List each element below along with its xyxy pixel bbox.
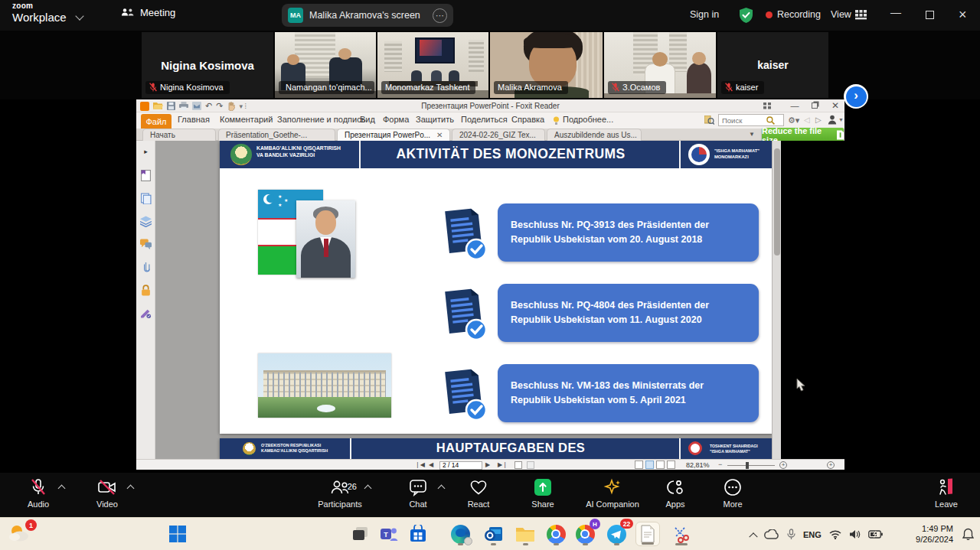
view-grid-icon[interactable] [855,10,867,20]
page-thumbnails-icon[interactable] [140,193,152,204]
facing-pages-icon[interactable] [656,461,665,469]
view-button[interactable]: View [831,9,851,20]
security-lock-icon[interactable] [140,285,152,296]
doc-tab-auszubildende[interactable]: Auszubildende aus Us... [547,129,642,141]
react-button[interactable]: React [449,478,508,513]
chrome-icon[interactable] [544,522,568,546]
chevron-down-icon[interactable]: ▼ [749,131,755,138]
search-doc-icon[interactable] [704,116,714,125]
zoom-percentage[interactable]: 82,81% [686,461,710,469]
battery-icon[interactable] [868,530,883,539]
foxit-minimize-button[interactable]: — [789,101,801,110]
close-button[interactable]: × [959,7,967,23]
chrome-profile-icon[interactable]: H [573,522,597,546]
video-tile-nigina[interactable]: Nigina Kosimova Nigina Kosimova [142,32,273,98]
wifi-icon[interactable] [829,530,841,539]
telegram-icon[interactable]: 22 [604,522,629,546]
audio-button[interactable]: Audio [9,478,67,513]
start-button[interactable] [165,522,190,546]
microsoft-store-icon[interactable] [406,522,430,546]
layers-icon[interactable] [140,216,152,227]
video-tile-osamov[interactable]: З.Осамов [604,32,716,98]
nav-back-icon[interactable]: ◁ [804,116,810,124]
language-indicator[interactable]: ENG [803,530,822,539]
video-tile-malika[interactable]: Malika Akramova [490,32,603,98]
first-page-icon[interactable]: ❘◀ [415,460,425,470]
menu-home[interactable]: Главная [178,115,210,124]
menu-more-features[interactable]: Подробнее... [563,115,613,124]
menu-file[interactable]: Файл [141,114,172,129]
participants-options-chevron[interactable] [364,485,372,493]
doc-tab-active-presentation[interactable]: Презентация PowerPo...✕ [337,129,450,141]
clock-widget[interactable]: 1:49 PM 9/26/2024 [906,524,953,545]
ui-layout-icon[interactable] [763,103,772,109]
video-tile-namangan[interactable]: Namangan to'qimach... [275,32,376,98]
chevron-down-icon[interactable] [77,13,83,19]
ai-companion-button[interactable]: AI Companion [583,478,642,513]
prev-page-icon[interactable]: ◀ [429,460,433,470]
single-page-icon[interactable] [635,461,643,469]
scrollbar-thumb[interactable] [774,148,780,255]
chat-button[interactable]: Chat [389,478,447,513]
digital-signature-icon[interactable] [140,308,152,319]
volume-icon[interactable] [849,529,861,539]
menu-help[interactable]: Справка [511,115,544,124]
outlook-icon[interactable] [481,522,505,546]
onedrive-icon[interactable] [764,529,779,539]
maximize-button[interactable] [926,11,934,19]
continuous-scroll-icon[interactable] [645,461,654,469]
video-tile-monomarkaz-active[interactable]: Monomarkaz Tashkent [377,32,488,98]
tab-meeting[interactable]: Meeting [121,7,175,18]
search-box[interactable] [718,114,784,126]
chat-options-chevron[interactable] [438,485,446,493]
fit-page-icon[interactable]: + [827,461,835,469]
menu-comment[interactable]: Комментарий [220,115,273,124]
menu-share[interactable]: Поделиться [461,115,508,124]
zoom-slider-track[interactable] [727,465,775,467]
sign-in-link[interactable]: Sign in [690,9,719,20]
comments-icon[interactable] [140,239,152,250]
video-options-chevron[interactable] [127,485,135,493]
notepad-active-app[interactable] [635,522,660,546]
doc-tab-goethe[interactable]: Präsentation_Goethe-... [218,129,335,141]
foxit-close-button[interactable]: ✕ [829,101,841,110]
zoom-in-icon[interactable]: + [779,461,787,469]
attachments-icon[interactable] [140,262,152,273]
foxit-restore-button[interactable] [812,103,818,109]
nav-forward-icon[interactable]: ▷ [815,116,822,124]
search-input[interactable] [719,116,766,125]
tab-shared-screen[interactable]: MA Malika Akramova's screen ⋯ [282,4,453,27]
video-button[interactable]: Video [78,478,136,513]
video-tile-kaiser[interactable]: kaiser kaiser [717,32,828,98]
bookmarks-icon[interactable] [140,170,152,181]
page-number-input[interactable] [439,461,482,470]
participants-button[interactable]: Participants 26 [311,478,369,513]
doc-tab-start[interactable]: Начать [142,129,216,141]
account-chevron-icon[interactable]: ▼ [838,117,844,122]
weather-widget[interactable]: 1 [8,522,35,548]
tray-chevron-up-icon[interactable] [750,532,756,538]
audio-options-chevron[interactable] [58,485,66,493]
close-icon[interactable]: ✕ [436,131,443,139]
next-page-icon[interactable]: ▶ [485,460,490,470]
document-view[interactable]: KAMBAG'ALLIKNI QISQARTIRISH VA BANDLIK V… [155,141,781,459]
security-shield-icon[interactable] [738,7,754,24]
share-button[interactable]: Share [514,478,572,513]
snapshot-icon[interactable] [514,461,522,469]
account-icon[interactable] [828,115,837,125]
doc-tab-giz[interactable]: 2024-02-26_GIZ Tex... [452,129,545,141]
zoom-slider-thumb[interactable] [746,462,749,469]
file-explorer-icon[interactable] [513,522,537,546]
notification-bell-icon[interactable] [962,528,974,540]
menu-view[interactable]: Вид [360,115,375,124]
snipping-tool-icon[interactable] [669,522,694,546]
expand-panel-icon[interactable]: ▸ [140,145,152,157]
tray-mic-icon[interactable] [787,529,795,540]
facing-continuous-icon[interactable] [667,461,675,469]
next-participants-button[interactable]: › [844,84,868,109]
edge-browser-icon[interactable] [448,522,472,546]
leave-button[interactable]: Leave [917,478,975,513]
minimize-button[interactable]: — [890,6,901,18]
menu-form[interactable]: Форма [383,115,409,124]
menu-protect[interactable]: Защитить [416,115,454,124]
